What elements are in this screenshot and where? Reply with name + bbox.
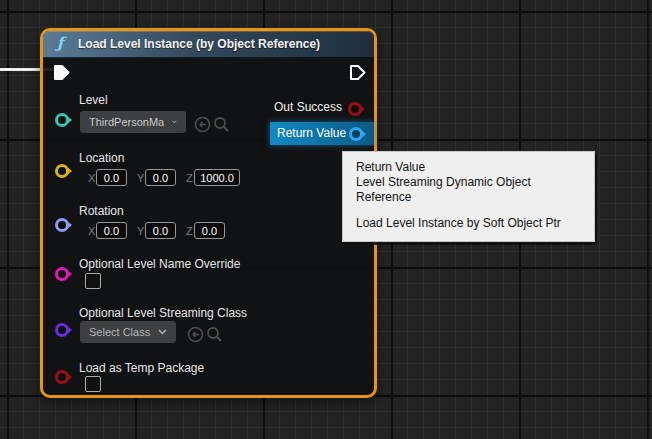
- browse-asset-icon[interactable]: [213, 116, 230, 133]
- level-asset-dropdown[interactable]: ThirdPersonMa: [80, 111, 186, 133]
- name-override-input-pin[interactable]: [55, 267, 69, 281]
- use-selected-class-icon[interactable]: [187, 326, 204, 343]
- pin-label-rotation: Rotation: [79, 204, 124, 218]
- pin-label-streaming-class: Optional Level Streaming Class: [79, 306, 247, 320]
- return-value-pin-row[interactable]: Return Value: [270, 122, 374, 145]
- temp-package-input-pin[interactable]: [55, 370, 69, 384]
- function-icon: ƒ: [57, 34, 63, 52]
- name-override-checkbox[interactable]: [85, 273, 101, 289]
- node-title: Load Level Instance (by Object Reference…: [78, 37, 320, 51]
- rotation-x-label: X: [88, 225, 95, 237]
- exec-input-pin[interactable]: [53, 64, 70, 81]
- location-y-field[interactable]: 0.0: [145, 169, 176, 186]
- return-value-output-pin[interactable]: [349, 127, 363, 141]
- pin-label-temp-package: Load as Temp Package: [79, 361, 204, 375]
- chevron-down-icon: [172, 119, 177, 125]
- chevron-down-icon: [158, 329, 167, 335]
- temp-package-checkbox[interactable]: [85, 376, 101, 392]
- use-selected-asset-icon[interactable]: [194, 116, 211, 133]
- tooltip-node-description: Load Level Instance by Soft Object Ptr: [356, 216, 582, 231]
- rotation-x-field[interactable]: 0.0: [96, 222, 127, 239]
- location-x-label: X: [88, 172, 95, 184]
- tooltip-pin-name: Return Value: [356, 160, 582, 175]
- pin-label-out-success: Out Success: [274, 100, 342, 114]
- node-header[interactable]: ƒ Load Level Instance (by Object Referen…: [43, 31, 374, 58]
- pin-label-level: Level: [79, 93, 108, 107]
- level-asset-value: ThirdPersonMa: [89, 116, 164, 128]
- location-x-field[interactable]: 0.0: [96, 169, 127, 186]
- rotation-y-label: Y: [137, 225, 144, 237]
- browse-class-icon[interactable]: [206, 326, 223, 343]
- streaming-class-value: Select Class: [89, 326, 150, 338]
- pin-tooltip: Return Value Level Streaming Dynamic Obj…: [342, 151, 595, 242]
- pin-label-location: Location: [79, 151, 124, 165]
- out-success-output-pin[interactable]: [348, 102, 362, 116]
- rotation-y-field[interactable]: 0.0: [145, 222, 176, 239]
- level-input-pin[interactable]: [55, 113, 69, 127]
- rotation-z-label: Z: [186, 225, 193, 237]
- pin-label-name-override: Optional Level Name Override: [79, 257, 240, 271]
- rotation-z-field[interactable]: 0.0: [194, 222, 225, 239]
- pin-label-return-value: Return Value: [277, 126, 346, 140]
- location-input-pin[interactable]: [55, 164, 69, 178]
- blueprint-graph-canvas[interactable]: { "node": { "icon": "ƒ", "title": "Load …: [0, 0, 652, 439]
- blueprint-node-load-level-instance[interactable]: ƒ Load Level Instance (by Object Referen…: [40, 28, 377, 398]
- streaming-class-input-pin[interactable]: [55, 323, 69, 337]
- streaming-class-dropdown[interactable]: Select Class: [80, 321, 176, 343]
- exec-output-pin[interactable]: [349, 64, 366, 81]
- location-z-field[interactable]: 1000.0: [194, 169, 240, 186]
- rotation-input-pin[interactable]: [55, 218, 69, 232]
- location-y-label: Y: [137, 172, 144, 184]
- tooltip-pin-type: Level Streaming Dynamic Object Reference: [356, 175, 582, 205]
- location-z-label: Z: [186, 172, 193, 184]
